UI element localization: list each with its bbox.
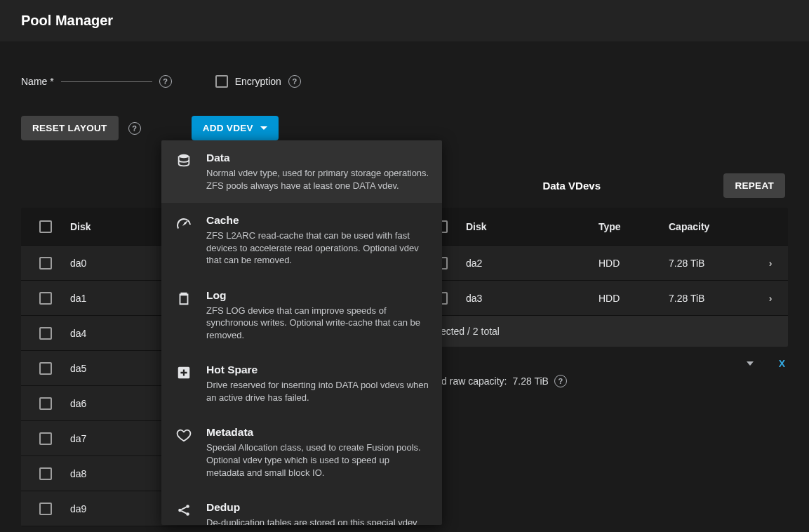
encryption-field: Encryption ?: [215, 75, 301, 88]
menu-item-cache[interactable]: CacheZFS L2ARC read-cache that can be us…: [161, 203, 442, 278]
menu-item-title: Dedup: [206, 501, 429, 514]
menu-item-metadata[interactable]: MetadataSpecial Allocation class, used t…: [161, 415, 442, 490]
chevron-right-icon[interactable]: ›: [753, 293, 788, 304]
heart-icon: [174, 426, 194, 479]
encryption-checkbox[interactable]: [215, 75, 228, 88]
add-vdev-menu: DataNormal vdev type, used for primary s…: [161, 140, 442, 525]
name-label: Name *: [21, 76, 54, 87]
plus-box-icon: [174, 364, 194, 404]
button-row: RESET LAYOUT ? ADD VDEV: [21, 116, 788, 140]
chevron-down-icon: [260, 126, 267, 130]
help-icon[interactable]: ?: [159, 75, 172, 88]
menu-item-description: Drive reserved for inserting into DATA p…: [206, 379, 429, 404]
data-vdevs-header-row: Data VDevs REPEAT: [417, 168, 788, 202]
reset-layout-button[interactable]: RESET LAYOUT: [21, 116, 119, 140]
menu-item-description: Special Allocation class, used to create…: [206, 441, 429, 479]
est-value: 7.28 TiB: [513, 375, 549, 387]
table-header-row: Disk Type Capacity: [417, 208, 788, 246]
page-title: Pool Manager: [21, 13, 788, 29]
row-checkbox[interactable]: [39, 362, 52, 375]
disk-capacity: 7.28 TiB: [669, 258, 753, 269]
encryption-label: Encryption: [235, 76, 281, 87]
top-fields: Name * ? Encryption ?: [21, 75, 788, 88]
data-vdevs-title: Data VDevs: [420, 180, 723, 192]
menu-item-log[interactable]: LogZFS LOG device that can improve speed…: [161, 278, 442, 353]
remove-vdev-button[interactable]: X: [779, 358, 785, 369]
selection-status: selected / 2 total: [417, 316, 788, 347]
add-vdev-label: ADD VDEV: [203, 123, 253, 133]
disk-name: da2: [466, 258, 599, 269]
help-icon[interactable]: ?: [128, 122, 141, 135]
disk-type: HDD: [599, 293, 669, 304]
estimated-capacity-row: mated raw capacity: 7.28 TiB ?: [417, 369, 788, 387]
repeat-button[interactable]: REPEAT: [723, 173, 785, 198]
database-icon: [174, 152, 194, 192]
chevron-down-icon[interactable]: [747, 361, 754, 366]
help-icon[interactable]: ?: [554, 375, 567, 387]
menu-item-description: De-duplication tables are stored on this…: [206, 517, 429, 525]
col-capacity: Capacity: [669, 221, 753, 232]
menu-item-dedup[interactable]: DedupDe-duplication tables are stored on…: [161, 490, 442, 525]
data-vdevs-table: Disk Type Capacity da2HDD7.28 TiB›da3HDD…: [417, 208, 788, 347]
data-vdevs-column: Data VDevs REPEAT Disk Type Capacity da2…: [417, 168, 788, 387]
disk-type: HDD: [599, 258, 669, 269]
row-checkbox[interactable]: [39, 503, 52, 515]
row-checkbox[interactable]: [39, 292, 52, 305]
vdev-type-selector-row: or X: [417, 347, 788, 369]
row-checkbox[interactable]: [39, 327, 52, 340]
col-type: Type: [599, 221, 669, 232]
row-checkbox[interactable]: [39, 397, 52, 410]
row-checkbox[interactable]: [39, 432, 52, 445]
table-row[interactable]: da3HDD7.28 TiB›: [417, 281, 788, 316]
col-disk: Disk: [466, 221, 599, 232]
name-field: Name * ?: [21, 75, 172, 88]
help-icon[interactable]: ?: [288, 75, 301, 88]
share-icon: [174, 501, 194, 525]
disk-capacity: 7.28 TiB: [669, 293, 753, 304]
menu-item-data[interactable]: DataNormal vdev type, used for primary s…: [161, 140, 442, 203]
add-vdev-button[interactable]: ADD VDEV: [192, 116, 279, 140]
menu-item-hot-spare[interactable]: Hot SpareDrive reserved for inserting in…: [161, 352, 442, 415]
chevron-right-icon[interactable]: ›: [753, 258, 788, 269]
speed-icon: [174, 214, 194, 267]
clipboard-icon: [174, 289, 194, 342]
menu-item-description: ZFS L2ARC read-cache that can be used wi…: [206, 230, 429, 267]
name-input[interactable]: [61, 81, 152, 82]
svg-point-0: [179, 154, 189, 159]
table-row[interactable]: da2HDD7.28 TiB›: [417, 246, 788, 281]
menu-item-title: Metadata: [206, 426, 429, 439]
disk-name: da3: [466, 293, 599, 304]
menu-item-title: Log: [206, 289, 429, 302]
menu-item-title: Hot Spare: [206, 364, 429, 376]
select-all-checkbox[interactable]: [39, 220, 52, 233]
menu-item-description: ZFS LOG device that can improve speeds o…: [206, 305, 429, 342]
menu-item-title: Data: [206, 152, 429, 164]
row-checkbox[interactable]: [39, 257, 52, 270]
header-bar: Pool Manager: [0, 0, 809, 41]
menu-item-description: Normal vdev type, used for primary stora…: [206, 167, 429, 192]
row-checkbox[interactable]: [39, 467, 52, 480]
menu-item-title: Cache: [206, 214, 429, 227]
